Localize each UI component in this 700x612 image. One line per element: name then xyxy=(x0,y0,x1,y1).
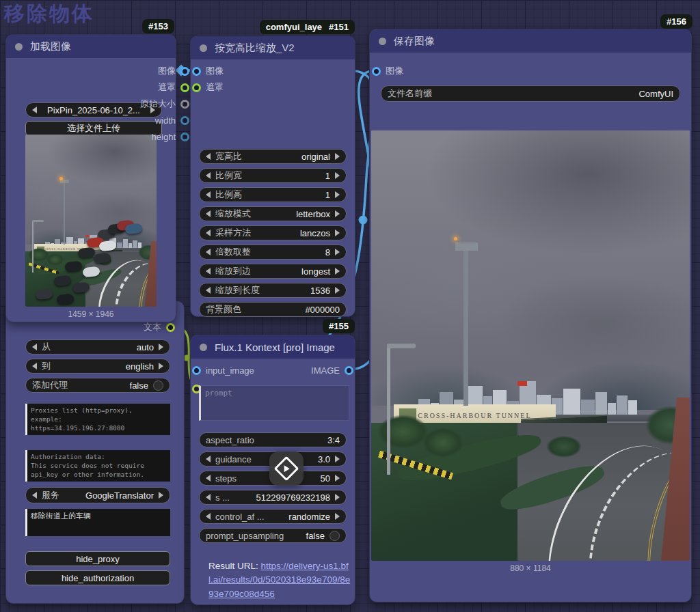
widget-scale-to-length[interactable]: 缩放到长度1536 xyxy=(199,283,347,298)
right-arrow-icon[interactable] xyxy=(335,513,340,520)
right-arrow-icon[interactable] xyxy=(335,475,340,482)
prompt-textarea[interactable]: prompt xyxy=(199,385,349,421)
right-arrow-icon[interactable] xyxy=(335,494,340,501)
port-dot-size[interactable] xyxy=(180,100,189,109)
output-port-图像[interactable]: 图像 xyxy=(158,66,189,76)
widget-aspect-ratio[interactable]: aspect_ratio3:4 xyxy=(199,432,347,447)
right-arrow-icon[interactable] xyxy=(335,191,340,198)
left-arrow-icon[interactable] xyxy=(206,230,211,236)
node-title-bar[interactable]: 加载图像 xyxy=(6,35,176,58)
widget-fit-mode[interactable]: 缩放模式letterbox xyxy=(199,206,347,221)
output-port-text[interactable]: 文本 xyxy=(144,322,175,333)
widget-background-color[interactable]: 背景颜色#000000 xyxy=(199,302,347,317)
port-dot-mask[interactable] xyxy=(180,83,189,92)
port-dot-image[interactable] xyxy=(192,67,201,76)
port-dot-image[interactable] xyxy=(372,67,381,76)
toggle-knob[interactable] xyxy=(153,380,163,391)
node-scale-by-aspect[interactable]: comfyui_laye#151 按宽高比缩放_V2 图像遮罩 图像遮罩原始大小… xyxy=(190,36,355,317)
widget-ratio-w[interactable]: 比例宽1 xyxy=(199,168,347,183)
widget-sampling[interactable]: 采样方法lanczos xyxy=(199,225,347,240)
node-save-image[interactable]: #156 保存图像 图像 文件名前缀ComfyUI CROSS-HARBOUR … xyxy=(369,29,692,602)
widget-service[interactable]: 服务GoogleTranslator xyxy=(25,487,170,503)
node-title-bar[interactable]: Flux.1 Kontext [pro] Image xyxy=(191,335,355,359)
left-arrow-icon[interactable] xyxy=(206,287,211,294)
input-port-图像[interactable]: 图像 xyxy=(192,66,224,76)
left-arrow-icon[interactable] xyxy=(206,191,211,198)
widget-upload-image[interactable]: 选择文件上传 xyxy=(25,121,162,136)
widget-seed[interactable]: s ...512299769232198 xyxy=(199,490,347,505)
port-dot-mask[interactable] xyxy=(192,83,201,92)
right-arrow-icon[interactable] xyxy=(335,268,340,275)
right-arrow-icon[interactable] xyxy=(335,230,340,236)
collapse-dot-icon[interactable] xyxy=(379,38,386,45)
right-arrow-icon[interactable] xyxy=(159,492,163,499)
right-arrow-icon[interactable] xyxy=(335,456,340,462)
node-title-bar[interactable]: 按宽高比缩放_V2 xyxy=(191,36,355,59)
widget-add-proxy[interactable]: 添加代理false xyxy=(25,378,170,393)
textarea-source-text[interactable]: 移除街道上的车辆 xyxy=(25,509,170,536)
left-arrow-icon[interactable] xyxy=(206,456,211,462)
right-arrow-icon[interactable] xyxy=(335,249,340,255)
node-flux-kontext[interactable]: #155 Flux.1 Kontext [pro] Image input_im… xyxy=(190,335,355,605)
input-port-input-image[interactable]: input_image xyxy=(192,365,254,376)
widget-hide-proxy[interactable]: hide_proxy xyxy=(25,551,170,566)
port-dot-dim[interactable] xyxy=(180,133,189,141)
collapse-dot-icon[interactable] xyxy=(200,344,207,351)
widget-from[interactable]: 从auto xyxy=(25,339,170,354)
port-dot-dim[interactable] xyxy=(180,116,189,125)
collapse-dot-icon[interactable] xyxy=(15,43,23,51)
node-title-bar[interactable]: 保存图像 xyxy=(370,29,691,53)
left-arrow-icon[interactable] xyxy=(206,249,211,255)
widget-value: letterbox xyxy=(296,209,330,219)
toggle-knob[interactable] xyxy=(329,531,340,541)
port-dot-image[interactable] xyxy=(180,67,189,76)
left-arrow-icon[interactable] xyxy=(32,107,37,113)
widget-value: 1 xyxy=(325,171,330,181)
left-arrow-icon[interactable] xyxy=(206,210,211,217)
input-port-image[interactable]: 图像 xyxy=(372,66,403,76)
input-port-遮罩[interactable]: 遮罩 xyxy=(192,82,224,93)
right-arrow-icon[interactable] xyxy=(159,344,163,350)
right-arrow-icon[interactable] xyxy=(335,210,340,217)
widget-filename-prefix[interactable]: 文件名前缀ComfyUI xyxy=(381,85,680,102)
widget-scale-to-side[interactable]: 缩放到边longest xyxy=(199,264,347,279)
left-arrow-icon[interactable] xyxy=(206,172,211,179)
output-port-遮罩[interactable]: 遮罩 xyxy=(158,82,189,93)
widget-to[interactable]: 到english xyxy=(25,359,170,374)
widget-ratio-h[interactable]: 比例高1 xyxy=(199,187,347,202)
node-translate-text[interactable]: 文本 从auto到english添加代理falseProxies list (h… xyxy=(5,301,185,604)
widget-hide-authorization[interactable]: hide_authorization xyxy=(25,570,170,585)
textarea-authorization[interactable]: Authorization data: This service does no… xyxy=(25,450,170,482)
wire-midpoint-dot[interactable] xyxy=(359,216,368,225)
output-port-height[interactable]: height xyxy=(152,131,189,142)
widget-label: 采样方法 xyxy=(215,227,251,239)
output-port-image[interactable]: IMAGE xyxy=(311,365,353,376)
right-arrow-icon[interactable] xyxy=(335,153,340,160)
left-arrow-icon[interactable] xyxy=(206,494,211,501)
port-dot-text[interactable] xyxy=(166,323,175,332)
widget-prompt-upsampling[interactable]: prompt_upsamplingfalse xyxy=(199,528,347,543)
right-arrow-icon[interactable] xyxy=(159,363,163,370)
port-dot-image[interactable] xyxy=(192,366,201,375)
collapse-dot-icon[interactable] xyxy=(200,44,207,52)
output-port-原始大小[interactable]: 原始大小 xyxy=(140,98,189,109)
widget-value: original xyxy=(301,152,330,162)
port-dot-image[interactable] xyxy=(345,366,353,375)
widget-aspect[interactable]: 宽高比original xyxy=(199,149,347,164)
left-arrow-icon[interactable] xyxy=(206,153,211,160)
left-arrow-icon[interactable] xyxy=(206,268,211,275)
left-arrow-icon[interactable] xyxy=(32,492,37,499)
textarea-proxies[interactable]: Proxies list (http=proxy), example: http… xyxy=(25,404,170,435)
right-arrow-icon[interactable] xyxy=(335,287,340,294)
graph-canvas[interactable]: 移除物体 文本 从auto到english添加代理falseProxies li… xyxy=(0,0,700,612)
left-arrow-icon[interactable] xyxy=(206,475,211,482)
output-port-width[interactable]: width xyxy=(155,115,189,126)
left-arrow-icon[interactable] xyxy=(206,513,211,520)
widget-control-after-generate[interactable]: control_af ...randomize xyxy=(199,509,347,524)
widget-round-multiple[interactable]: 倍数取整8 xyxy=(199,245,347,260)
left-arrow-icon[interactable] xyxy=(32,363,37,370)
port-label: height xyxy=(152,132,176,142)
left-arrow-icon[interactable] xyxy=(32,344,37,350)
right-arrow-icon[interactable] xyxy=(335,172,340,179)
node-load-image[interactable]: #153 加载图像 图像遮罩 PixPin_2025-06-10_2...选择文… xyxy=(5,34,176,322)
